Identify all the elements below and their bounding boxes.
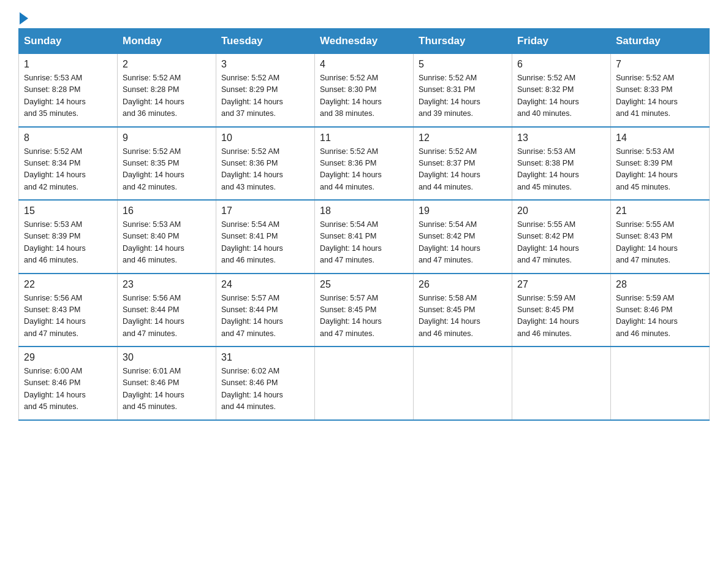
day-number: 21 [616, 205, 704, 216]
col-wednesday: Wednesday [315, 29, 414, 54]
day-info: Sunrise: 5:53 AMSunset: 8:38 PMDaylight:… [517, 146, 605, 194]
table-row: 3Sunrise: 5:52 AMSunset: 8:29 PMDaylight… [216, 54, 315, 127]
table-row: 21Sunrise: 5:55 AMSunset: 8:43 PMDayligh… [611, 200, 710, 274]
day-info: Sunrise: 5:59 AMSunset: 8:45 PMDaylight:… [517, 293, 605, 340]
table-row: 18Sunrise: 5:54 AMSunset: 8:41 PMDayligh… [315, 200, 414, 274]
col-monday: Monday [118, 29, 216, 54]
day-info: Sunrise: 5:54 AMSunset: 8:41 PMDaylight:… [221, 219, 309, 267]
col-friday: Friday [512, 29, 611, 54]
col-tuesday: Tuesday [216, 29, 315, 54]
table-row [414, 347, 512, 420]
table-row: 4Sunrise: 5:52 AMSunset: 8:30 PMDaylight… [315, 54, 414, 127]
logo-text [18, 12, 29, 25]
day-number: 20 [517, 205, 605, 216]
table-row: 25Sunrise: 5:57 AMSunset: 8:45 PMDayligh… [315, 274, 414, 347]
table-row: 26Sunrise: 5:58 AMSunset: 8:45 PMDayligh… [414, 274, 512, 347]
table-row: 27Sunrise: 5:59 AMSunset: 8:45 PMDayligh… [512, 274, 611, 347]
day-number: 6 [517, 59, 605, 70]
day-info: Sunrise: 5:52 AMSunset: 8:29 PMDaylight:… [221, 72, 309, 120]
day-number: 27 [517, 279, 605, 290]
table-row: 12Sunrise: 5:52 AMSunset: 8:37 PMDayligh… [414, 127, 512, 201]
day-info: Sunrise: 6:01 AMSunset: 8:46 PMDaylight:… [123, 366, 211, 413]
table-row: 29Sunrise: 6:00 AMSunset: 8:46 PMDayligh… [19, 347, 118, 420]
day-info: Sunrise: 5:57 AMSunset: 8:44 PMDaylight:… [221, 293, 309, 340]
col-saturday: Saturday [611, 29, 710, 54]
day-number: 14 [616, 132, 704, 144]
calendar-table: Sunday Monday Tuesday Wednesday Thursday… [18, 28, 710, 421]
table-row: 20Sunrise: 5:55 AMSunset: 8:42 PMDayligh… [512, 200, 611, 274]
table-row: 1Sunrise: 5:53 AMSunset: 8:28 PMDaylight… [19, 54, 118, 127]
logo [18, 12, 29, 22]
day-info: Sunrise: 5:54 AMSunset: 8:41 PMDaylight:… [320, 219, 408, 267]
day-info: Sunrise: 5:56 AMSunset: 8:44 PMDaylight:… [123, 293, 211, 340]
day-number: 10 [221, 132, 309, 144]
day-number: 13 [517, 132, 605, 144]
day-info: Sunrise: 5:52 AMSunset: 8:34 PMDaylight:… [24, 146, 112, 194]
day-number: 15 [24, 205, 112, 216]
table-row: 8Sunrise: 5:52 AMSunset: 8:34 PMDaylight… [19, 127, 118, 201]
day-info: Sunrise: 5:52 AMSunset: 8:28 PMDaylight:… [123, 72, 211, 120]
table-row: 24Sunrise: 5:57 AMSunset: 8:44 PMDayligh… [216, 274, 315, 347]
day-number: 31 [221, 352, 309, 363]
day-number: 30 [123, 352, 211, 363]
table-row: 28Sunrise: 5:59 AMSunset: 8:46 PMDayligh… [611, 274, 710, 347]
table-row: 11Sunrise: 5:52 AMSunset: 8:36 PMDayligh… [315, 127, 414, 201]
table-row: 7Sunrise: 5:52 AMSunset: 8:33 PMDaylight… [611, 54, 710, 127]
table-row: 15Sunrise: 5:53 AMSunset: 8:39 PMDayligh… [19, 200, 118, 274]
day-info: Sunrise: 5:52 AMSunset: 8:33 PMDaylight:… [616, 72, 704, 120]
table-row: 23Sunrise: 5:56 AMSunset: 8:44 PMDayligh… [118, 274, 216, 347]
day-number: 24 [221, 279, 309, 290]
calendar-week-row: 1Sunrise: 5:53 AMSunset: 8:28 PMDaylight… [19, 54, 710, 127]
day-info: Sunrise: 5:54 AMSunset: 8:42 PMDaylight:… [419, 219, 507, 267]
calendar-week-row: 22Sunrise: 5:56 AMSunset: 8:43 PMDayligh… [19, 274, 710, 347]
table-row: 16Sunrise: 5:53 AMSunset: 8:40 PMDayligh… [118, 200, 216, 274]
day-info: Sunrise: 5:55 AMSunset: 8:42 PMDaylight:… [517, 219, 605, 267]
logo-arrow-icon [20, 12, 28, 25]
col-thursday: Thursday [414, 29, 512, 54]
day-info: Sunrise: 5:53 AMSunset: 8:40 PMDaylight:… [123, 219, 211, 267]
table-row [512, 347, 611, 420]
table-row [315, 347, 414, 420]
day-number: 8 [24, 132, 112, 144]
day-number: 19 [419, 205, 507, 216]
table-row: 9Sunrise: 5:52 AMSunset: 8:35 PMDaylight… [118, 127, 216, 201]
col-sunday: Sunday [19, 29, 118, 54]
day-info: Sunrise: 5:52 AMSunset: 8:31 PMDaylight:… [419, 72, 507, 120]
calendar-week-row: 29Sunrise: 6:00 AMSunset: 8:46 PMDayligh… [19, 347, 710, 420]
day-number: 1 [24, 59, 112, 70]
day-info: Sunrise: 5:56 AMSunset: 8:43 PMDaylight:… [24, 293, 112, 340]
day-info: Sunrise: 5:52 AMSunset: 8:36 PMDaylight:… [320, 146, 408, 194]
day-info: Sunrise: 5:53 AMSunset: 8:39 PMDaylight:… [24, 219, 112, 267]
day-number: 28 [616, 279, 704, 290]
day-number: 17 [221, 205, 309, 216]
day-number: 3 [221, 59, 309, 70]
table-row: 22Sunrise: 5:56 AMSunset: 8:43 PMDayligh… [19, 274, 118, 347]
day-info: Sunrise: 5:59 AMSunset: 8:46 PMDaylight:… [616, 293, 704, 340]
day-number: 11 [320, 132, 408, 144]
table-row: 5Sunrise: 5:52 AMSunset: 8:31 PMDaylight… [414, 54, 512, 127]
day-info: Sunrise: 5:52 AMSunset: 8:35 PMDaylight:… [123, 146, 211, 194]
day-number: 23 [123, 279, 211, 290]
day-number: 7 [616, 59, 704, 70]
table-row: 31Sunrise: 6:02 AMSunset: 8:46 PMDayligh… [216, 347, 315, 420]
table-row: 10Sunrise: 5:52 AMSunset: 8:36 PMDayligh… [216, 127, 315, 201]
table-row: 19Sunrise: 5:54 AMSunset: 8:42 PMDayligh… [414, 200, 512, 274]
table-row: 14Sunrise: 5:53 AMSunset: 8:39 PMDayligh… [611, 127, 710, 201]
day-number: 12 [419, 132, 507, 144]
day-number: 22 [24, 279, 112, 290]
day-info: Sunrise: 5:52 AMSunset: 8:37 PMDaylight:… [419, 146, 507, 194]
calendar-header-row: Sunday Monday Tuesday Wednesday Thursday… [19, 29, 710, 54]
day-number: 25 [320, 279, 408, 290]
table-row [611, 347, 710, 420]
day-info: Sunrise: 5:53 AMSunset: 8:39 PMDaylight:… [616, 146, 704, 194]
day-info: Sunrise: 6:02 AMSunset: 8:46 PMDaylight:… [221, 366, 309, 413]
table-row: 30Sunrise: 6:01 AMSunset: 8:46 PMDayligh… [118, 347, 216, 420]
day-info: Sunrise: 5:52 AMSunset: 8:30 PMDaylight:… [320, 72, 408, 120]
table-row: 17Sunrise: 5:54 AMSunset: 8:41 PMDayligh… [216, 200, 315, 274]
day-number: 9 [123, 132, 211, 144]
day-info: Sunrise: 6:00 AMSunset: 8:46 PMDaylight:… [24, 366, 112, 413]
table-row: 13Sunrise: 5:53 AMSunset: 8:38 PMDayligh… [512, 127, 611, 201]
day-info: Sunrise: 5:52 AMSunset: 8:32 PMDaylight:… [517, 72, 605, 120]
day-number: 29 [24, 352, 112, 363]
table-row: 6Sunrise: 5:52 AMSunset: 8:32 PMDaylight… [512, 54, 611, 127]
